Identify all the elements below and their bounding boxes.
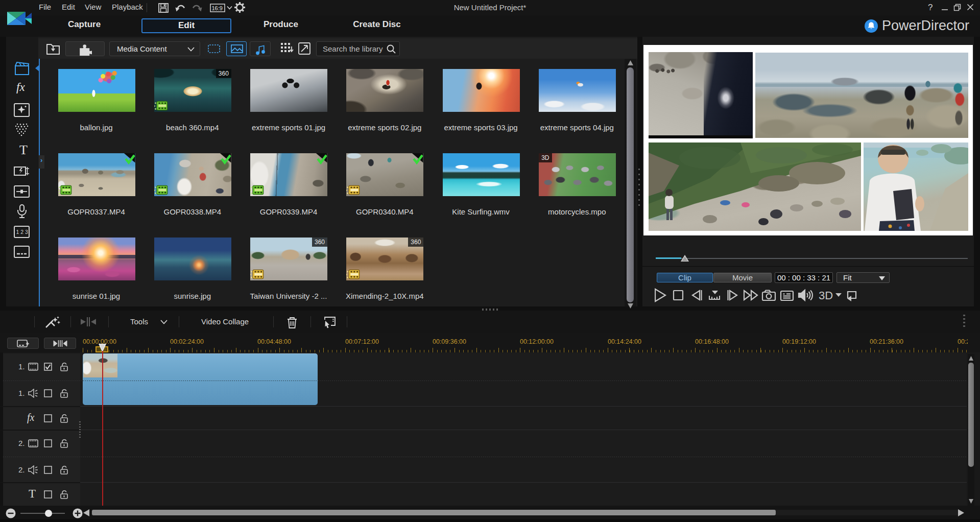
svg-text:3D: 3D	[819, 289, 833, 302]
svg-text:1 2 3: 1 2 3	[16, 229, 29, 235]
